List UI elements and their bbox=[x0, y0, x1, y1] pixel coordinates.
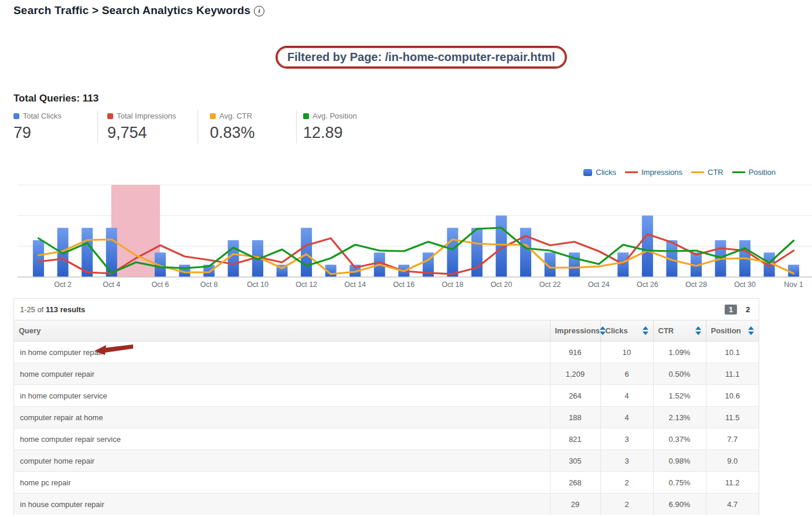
col-header-clicks[interactable]: Clicks bbox=[600, 320, 653, 342]
impressions-cell: 1,209 bbox=[550, 363, 600, 385]
svg-text:Oct 28: Oct 28 bbox=[685, 281, 707, 289]
breadcrumb-text: Search Traffic > Search Analytics Keywor… bbox=[13, 4, 250, 16]
metric-label: Avg. Position bbox=[312, 111, 357, 120]
impressions-cell: 821 bbox=[550, 428, 600, 450]
impressions-cell: 916 bbox=[550, 342, 600, 363]
impressions-swatch-icon bbox=[107, 113, 113, 119]
search-console-page: Search Traffic > Search Analytics Keywor… bbox=[0, 0, 812, 517]
metric-label: Total Clicks bbox=[23, 111, 62, 120]
table-header-row: QueryImpressionsClicksCTRPosition bbox=[14, 320, 759, 342]
position-cell: 9.0 bbox=[706, 450, 759, 472]
chart-legend: ClicksImpressionsCTRPosition bbox=[583, 168, 776, 177]
breadcrumb: Search Traffic > Search Analytics Keywor… bbox=[13, 4, 264, 17]
keywords-table-panel: 1-25 of 113 results 12 QueryImpressionsC… bbox=[13, 298, 759, 515]
svg-text:Oct 24: Oct 24 bbox=[588, 281, 610, 289]
position-cell: 4.7 bbox=[706, 494, 759, 515]
table-row: in home computer service26441.52%10.6 bbox=[14, 385, 759, 407]
table-row: home computer repair1,20960.50%11.1 bbox=[14, 363, 759, 385]
column-label: CTR bbox=[658, 326, 674, 335]
query-cell[interactable]: home computer repair bbox=[14, 363, 550, 385]
query-cell[interactable]: home computer repair service bbox=[14, 428, 550, 450]
metric-avg-position[interactable]: Avg. Position 12.89 bbox=[303, 111, 357, 142]
svg-text:Oct 2: Oct 2 bbox=[54, 281, 72, 289]
metric-value: 12.89 bbox=[303, 124, 357, 142]
table-row: home computer repair service82130.37%7.7 bbox=[14, 428, 759, 450]
clicks-cell: 6 bbox=[600, 363, 653, 385]
col-header-position[interactable]: Position bbox=[706, 320, 759, 342]
metric-label: Total Impressions bbox=[117, 111, 176, 120]
svg-text:Oct 30: Oct 30 bbox=[734, 281, 756, 289]
svg-text:Oct 10: Oct 10 bbox=[247, 281, 269, 289]
table-row: computer repair at home18842.13%11.5 bbox=[14, 407, 759, 428]
divider bbox=[198, 110, 198, 143]
ctr-cell: 0.37% bbox=[653, 428, 706, 450]
metric-total-clicks[interactable]: Total Clicks 79 bbox=[13, 111, 62, 142]
divider bbox=[97, 110, 98, 143]
column-label: Position bbox=[711, 326, 741, 335]
svg-text:Oct 18: Oct 18 bbox=[442, 281, 464, 289]
ctr-cell: 0.98% bbox=[653, 450, 706, 472]
impressions-legend-swatch-icon bbox=[625, 171, 638, 173]
query-cell[interactable]: in house computer repair bbox=[14, 494, 550, 515]
legend-item-impressions: Impressions bbox=[625, 168, 682, 177]
legend-label: Position bbox=[749, 168, 776, 177]
clicks-cell: 10 bbox=[600, 342, 653, 363]
page-filter-badge[interactable]: Filtered by Page: /in-home-computer-repa… bbox=[276, 46, 567, 69]
ctr-cell: 0.50% bbox=[653, 363, 706, 385]
clicks-cell: 4 bbox=[600, 385, 653, 407]
clicks-swatch-icon bbox=[13, 113, 19, 119]
col-header-ctr[interactable]: CTR bbox=[653, 320, 706, 342]
table-row: computer home repair30530.98%9.0 bbox=[14, 450, 759, 472]
ctr-cell: 0.75% bbox=[653, 472, 706, 494]
table-row: in house computer repair2926.90%4.7 bbox=[14, 494, 759, 515]
clicks-cell: 4 bbox=[600, 407, 653, 428]
metric-avg-ctr[interactable]: Avg. CTR 0.83% bbox=[210, 111, 255, 142]
impressions-cell: 268 bbox=[550, 472, 600, 494]
metric-value: 79 bbox=[13, 124, 62, 142]
impressions-cell: 188 bbox=[550, 407, 600, 428]
position-cell: 11.2 bbox=[706, 472, 759, 494]
legend-label: Impressions bbox=[641, 168, 682, 177]
query-cell[interactable]: in home computer service bbox=[14, 385, 550, 407]
svg-text:Oct 26: Oct 26 bbox=[637, 281, 658, 289]
clicks-legend-swatch-icon bbox=[583, 169, 592, 176]
sort-arrows-icon[interactable] bbox=[695, 326, 701, 335]
column-label: Clicks bbox=[606, 326, 628, 335]
position-cell: 10.1 bbox=[706, 342, 759, 363]
legend-label: Clicks bbox=[596, 168, 616, 177]
legend-item-ctr: CTR bbox=[691, 168, 723, 177]
clicks-cell: 3 bbox=[600, 450, 653, 472]
position-cell: 11.5 bbox=[706, 407, 759, 428]
annotation-arrow-icon bbox=[93, 344, 134, 356]
svg-text:Oct 12: Oct 12 bbox=[295, 281, 317, 289]
ctr-swatch-icon bbox=[210, 113, 216, 119]
svg-text:Oct 8: Oct 8 bbox=[201, 281, 218, 289]
results-bar: 1-25 of 113 results 12 bbox=[14, 299, 759, 320]
traffic-chart: Oct 2Oct 4Oct 6Oct 8Oct 10Oct 12Oct 14Oc… bbox=[0, 178, 812, 292]
svg-text:Oct 4: Oct 4 bbox=[103, 281, 120, 289]
total-queries-label: Total Queries: 113 bbox=[13, 93, 98, 104]
metric-total-impressions[interactable]: Total Impressions 9,754 bbox=[107, 111, 176, 142]
info-icon[interactable]: i bbox=[254, 6, 264, 16]
page-button-2[interactable]: 2 bbox=[743, 305, 753, 315]
query-cell[interactable]: home pc repair bbox=[14, 472, 550, 494]
query-cell[interactable]: computer repair at home bbox=[14, 407, 550, 428]
query-cell[interactable]: computer home repair bbox=[14, 450, 550, 472]
ctr-cell: 6.90% bbox=[653, 494, 706, 515]
ctr-legend-swatch-icon bbox=[691, 171, 704, 173]
page-button-1[interactable]: 1 bbox=[725, 305, 737, 315]
impressions-cell: 264 bbox=[550, 385, 600, 407]
metric-value: 0.83% bbox=[210, 124, 255, 142]
ctr-cell: 2.13% bbox=[653, 407, 706, 428]
position-cell: 7.7 bbox=[706, 428, 759, 450]
clicks-cell: 2 bbox=[600, 472, 653, 494]
divider bbox=[296, 110, 297, 143]
clicks-cell: 2 bbox=[600, 494, 653, 515]
column-label: Impressions bbox=[555, 326, 600, 335]
svg-text:Oct 6: Oct 6 bbox=[151, 281, 169, 289]
sort-arrows-icon[interactable] bbox=[748, 326, 754, 335]
sort-arrows-icon[interactable] bbox=[643, 326, 648, 335]
legend-item-clicks: Clicks bbox=[583, 168, 616, 177]
col-header-impressions[interactable]: Impressions bbox=[550, 320, 600, 342]
metric-value: 9,754 bbox=[107, 124, 176, 142]
